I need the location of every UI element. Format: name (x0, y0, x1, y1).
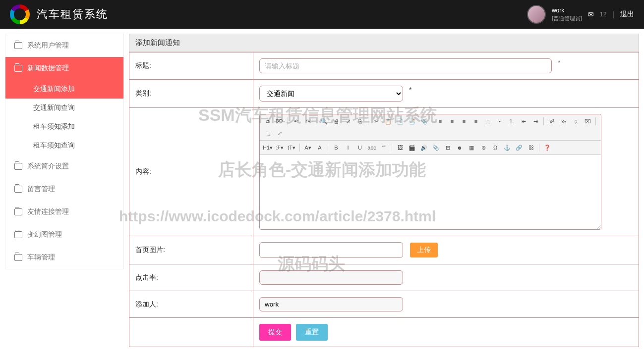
rich-editor: ⧉⌦↶↷🔍🖨⤢⎘✂📋📄📑📎≡≡≡≡≣•1.⇤⇥x²x₂⎀⌧⬚⤢ H1▾ℱ▾tT▾… (259, 114, 601, 230)
editor-tool-icon[interactable]: ⎘ (355, 116, 365, 126)
editor-tool-icon[interactable]: ⊗ (478, 143, 488, 153)
editor-tool-icon[interactable]: ↶ (291, 116, 301, 126)
sidebar-item-vehicles[interactable]: 车辆管理 (5, 246, 123, 269)
editor-tool-icon[interactable]: 🔗 (514, 143, 524, 153)
label-content: 内容: (129, 108, 253, 236)
editor-tool-icon[interactable]: ≡ (447, 116, 457, 126)
editor-tool-icon[interactable]: 📎 (431, 143, 441, 153)
header-left: 汽车租赁系统 (10, 4, 108, 24)
editor-tool-icon[interactable]: ⊞ (443, 143, 453, 153)
editor-tool-icon[interactable]: ⤢ (343, 116, 353, 126)
reset-button[interactable]: 重置 (296, 324, 328, 341)
form-table: 标题: * 类别: 交通新闻 * 内容: ⧉⌦ (129, 52, 639, 347)
app-title: 汽车租赁系统 (37, 7, 108, 22)
editor-tool-icon[interactable]: ℱ▾ (275, 143, 285, 153)
editor-tool-icon[interactable]: x² (547, 116, 557, 126)
sidebar-item-intro[interactable]: 系统简介设置 (5, 155, 123, 178)
header-right: work [普通管理员] ✉ 12 | 退出 (527, 5, 634, 24)
sidebar-item-news[interactable]: 新闻数据管理 (5, 57, 123, 80)
sidebar-item-label: 留言管理 (27, 185, 55, 194)
editor-tool-icon[interactable]: ↷ (303, 116, 313, 126)
editor-tool-icon[interactable]: ▦ (467, 143, 476, 153)
sidebar-sub-traffic-news-add[interactable]: 交通新闻添加 (5, 80, 123, 99)
editor-tool-icon[interactable]: ⬚ (263, 128, 273, 138)
editor-tool-icon[interactable]: ☻ (455, 143, 465, 153)
editor-tool-icon[interactable]: 📑 (407, 116, 417, 126)
editor-tool-icon[interactable]: ✂ (371, 116, 381, 126)
editor-tool-icon[interactable]: 📎 (419, 116, 429, 126)
folder-icon (14, 254, 22, 261)
author-input[interactable] (259, 297, 403, 311)
label-title: 标题: (129, 52, 253, 80)
sidebar-item-comments[interactable]: 留言管理 (5, 178, 123, 201)
sidebar-item-links[interactable]: 友情连接管理 (5, 201, 123, 223)
sidebar-item-label: 变幻图管理 (27, 230, 62, 239)
cell-category: 交通新闻 * (253, 80, 639, 108)
sidebar-sub-rental-notice-query[interactable]: 租车须知查询 (5, 136, 123, 155)
hits-input[interactable] (259, 270, 403, 285)
editor-tool-icon[interactable]: ⤢ (275, 128, 285, 138)
editor-tool-icon[interactable]: ⎀ (571, 116, 581, 126)
editor-tool-icon[interactable]: ≣ (483, 116, 493, 126)
label-category: 类别: (129, 80, 253, 108)
editor-tool-icon[interactable]: abc (367, 143, 377, 153)
sidebar-item-users[interactable]: 系统用户管理 (5, 34, 123, 57)
editor-tool-icon[interactable]: 🎬 (407, 143, 417, 153)
editor-tool-icon[interactable]: ❓ (542, 143, 552, 153)
folder-icon (14, 186, 22, 193)
editor-tool-icon[interactable]: 🔍 (319, 116, 329, 126)
mail-badge: 12 (600, 11, 606, 18)
editor-tool-icon[interactable]: I (343, 143, 353, 153)
title-input[interactable] (259, 58, 552, 73)
upload-button[interactable]: 上传 (410, 243, 438, 257)
main: 系统用户管理 新闻数据管理 交通新闻添加 交通新闻查询 租车须知添加 租车须知查… (0, 29, 644, 352)
required-mark: * (409, 86, 411, 94)
editor-tool-icon[interactable]: ⛓ (526, 143, 536, 153)
sidebar-item-label: 车辆管理 (27, 253, 55, 262)
editor-tool-icon[interactable]: H1▾ (263, 143, 273, 153)
editor-tool-icon[interactable]: A▾ (303, 143, 313, 153)
mail-icon[interactable]: ✉ (588, 10, 594, 18)
sidebar-sub-traffic-news-query[interactable]: 交通新闻查询 (5, 99, 123, 117)
avatar[interactable] (527, 5, 546, 24)
editor-tool-icon[interactable]: 🔊 (419, 143, 429, 153)
editor-tool-icon[interactable]: A (315, 143, 325, 153)
cell-content: ⧉⌦↶↷🔍🖨⤢⎘✂📋📄📑📎≡≡≡≡≣•1.⇤⇥x²x₂⎀⌧⬚⤢ H1▾ℱ▾tT▾… (253, 108, 639, 236)
editor-tool-icon[interactable]: ⇤ (519, 116, 528, 126)
editor-tool-icon[interactable]: ⧉ (263, 116, 273, 126)
editor-textarea[interactable] (260, 155, 601, 229)
editor-tool-icon[interactable]: ≡ (459, 116, 469, 126)
editor-tool-icon[interactable]: Ω (490, 143, 500, 153)
editor-tool-icon[interactable]: 🖨 (331, 116, 341, 126)
required-mark: * (558, 58, 560, 66)
user-block: work [普通管理员] (552, 6, 582, 22)
editor-tool-icon[interactable]: 📄 (395, 116, 405, 126)
editor-tool-icon[interactable]: tT▾ (287, 143, 296, 153)
editor-tool-icon[interactable]: ⚓ (502, 143, 512, 153)
user-role: [普通管理员] (552, 15, 582, 22)
sidebar-item-slides[interactable]: 变幻图管理 (5, 223, 123, 246)
editor-tool-icon[interactable]: 📋 (383, 116, 393, 126)
editor-tool-icon[interactable]: ⌦ (275, 116, 285, 126)
editor-tool-icon[interactable]: ≡ (471, 116, 481, 126)
editor-tool-icon[interactable]: 1. (507, 116, 517, 126)
editor-tool-icon[interactable]: x₂ (559, 116, 569, 126)
editor-tool-icon[interactable]: 🖼 (395, 143, 405, 153)
editor-tool-icon[interactable]: ≡ (435, 116, 445, 126)
editor-tool-icon[interactable]: • (495, 116, 505, 126)
cell-hits (253, 264, 639, 291)
editor-tool-icon[interactable]: B (331, 143, 341, 153)
cover-input[interactable] (259, 242, 403, 258)
editor-tool-icon[interactable]: “” (379, 143, 389, 153)
logout-link[interactable]: 退出 (620, 10, 634, 19)
cell-actions: 提交 重置 (253, 318, 639, 347)
editor-tool-icon[interactable]: ⇥ (530, 116, 540, 126)
editor-tool-icon[interactable]: U (355, 143, 365, 153)
sidebar-sub-rental-notice-add[interactable]: 租车须知添加 (5, 117, 123, 136)
editor-toolbar-2: H1▾ℱ▾tT▾A▾ABIUabc“”🖼🎬🔊📎⊞☻▦⊗Ω⚓🔗⛓❓ (260, 141, 601, 155)
editor-tool-icon[interactable]: ⌧ (583, 116, 592, 126)
submit-button[interactable]: 提交 (259, 324, 291, 341)
header: 汽车租赁系统 work [普通管理员] ✉ 12 | 退出 (0, 0, 644, 29)
category-select[interactable]: 交通新闻 (259, 86, 403, 102)
sidebar-item-label: 新闻数据管理 (27, 64, 69, 73)
